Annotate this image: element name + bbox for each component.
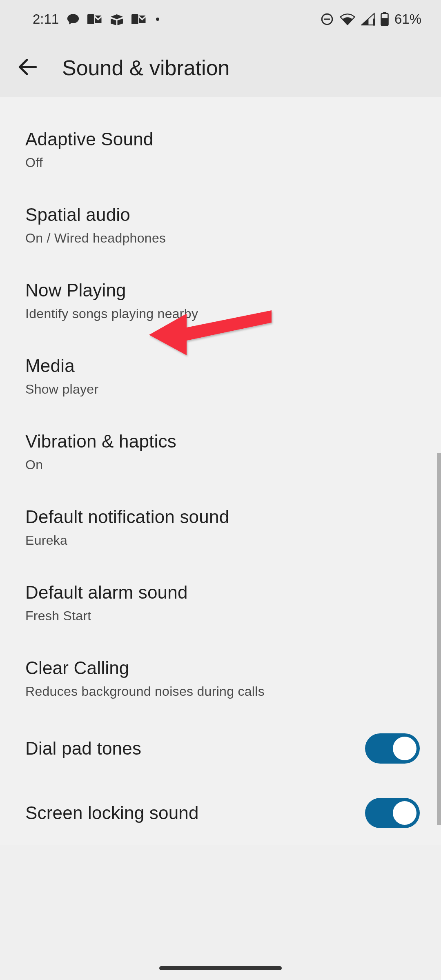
back-arrow-icon [17, 56, 38, 78]
switch-dial-pad-tones[interactable] [365, 733, 420, 764]
gesture-bar[interactable] [159, 966, 282, 970]
setting-default-alarm-sound[interactable]: Default alarm sound Fresh Start [0, 565, 441, 641]
status-right: 61% [320, 11, 421, 27]
setting-subtitle: On [25, 457, 416, 472]
wifi-icon [340, 13, 355, 26]
setting-media[interactable]: Media Show player [0, 339, 441, 414]
setting-dial-pad-tones[interactable]: Dial pad tones [0, 716, 441, 781]
setting-title: Spatial audio [25, 205, 416, 225]
status-bar: 2:11 61% [0, 0, 441, 32]
setting-screen-locking-sound[interactable]: Screen locking sound [0, 781, 441, 845]
setting-adaptive-sound[interactable]: Adaptive Sound Off [0, 112, 441, 187]
setting-subtitle: Reduces background noises during calls [25, 684, 416, 699]
setting-subtitle: Off [25, 155, 416, 170]
setting-subtitle: On / Wired headphones [25, 231, 416, 246]
box-icon [109, 13, 124, 25]
setting-subtitle: Identify songs playing nearby [25, 306, 416, 321]
setting-title: Media [25, 356, 416, 376]
chat-icon [66, 12, 80, 26]
switch-thumb [393, 801, 416, 825]
signal-icon [361, 13, 375, 26]
back-button[interactable] [17, 56, 38, 79]
svg-rect-6 [381, 18, 388, 25]
setting-title: Default alarm sound [25, 582, 416, 603]
setting-title: Default notification sound [25, 507, 416, 527]
notification-dot-icon [156, 18, 159, 21]
outlook-icon-2 [131, 13, 146, 25]
setting-subtitle: Show player [25, 382, 416, 397]
svg-rect-0 [87, 14, 94, 24]
app-bar: Sound & vibration [0, 32, 441, 97]
page-title: Sound & vibration [62, 56, 230, 80]
settings-list: Adaptive Sound Off Spatial audio On / Wi… [0, 97, 441, 845]
setting-title: Now Playing [25, 280, 416, 301]
setting-title: Dial pad tones [25, 738, 141, 759]
setting-title: Adaptive Sound [25, 129, 416, 149]
dnd-icon [320, 12, 334, 26]
setting-now-playing[interactable]: Now Playing Identify songs playing nearb… [0, 263, 441, 339]
setting-subtitle: Eureka [25, 533, 416, 548]
setting-spatial-audio[interactable]: Spatial audio On / Wired headphones [0, 187, 441, 263]
status-time: 2:11 [33, 11, 59, 27]
switch-thumb [393, 737, 416, 760]
setting-default-notification-sound[interactable]: Default notification sound Eureka [0, 490, 441, 565]
svg-rect-1 [131, 14, 138, 24]
setting-title: Clear Calling [25, 658, 416, 678]
svg-rect-4 [373, 19, 375, 26]
status-left: 2:11 [33, 11, 159, 27]
battery-percent: 61% [394, 11, 421, 27]
setting-title: Vibration & haptics [25, 431, 416, 452]
outlook-icon [87, 13, 102, 25]
setting-subtitle: Fresh Start [25, 608, 416, 624]
setting-clear-calling[interactable]: Clear Calling Reduces background noises … [0, 641, 441, 716]
battery-icon [381, 12, 389, 26]
setting-title: Screen locking sound [25, 803, 199, 823]
scrollbar[interactable] [437, 453, 441, 825]
svg-rect-7 [383, 12, 387, 14]
setting-vibration-haptics[interactable]: Vibration & haptics On [0, 414, 441, 490]
switch-screen-locking-sound[interactable] [365, 798, 420, 828]
